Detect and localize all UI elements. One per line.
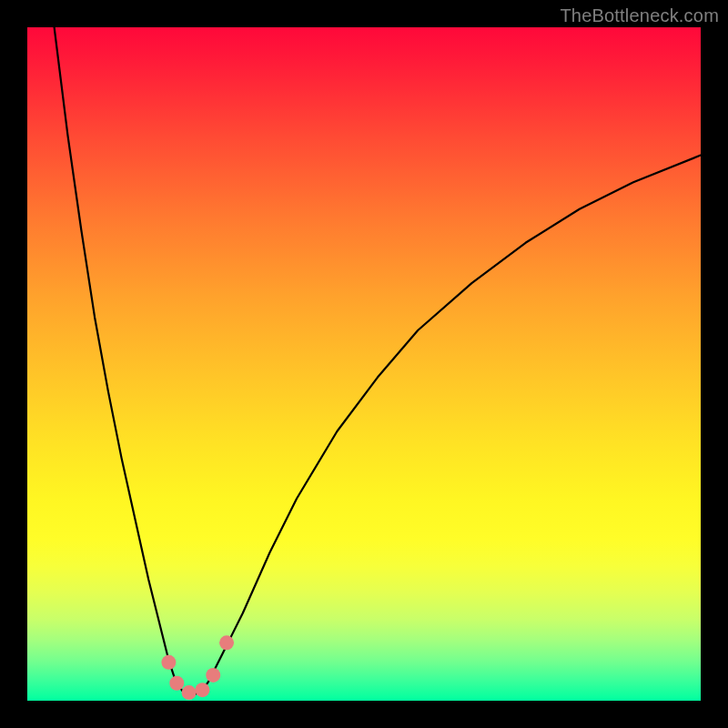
watermark-label: TheBottleneck.com	[560, 5, 719, 26]
curve-marker	[219, 635, 234, 650]
curve-marker	[169, 676, 184, 691]
curve-marker	[182, 685, 197, 700]
curve-marker	[161, 655, 176, 670]
chart-frame: TheBottleneck.com	[0, 0, 728, 728]
bottleneck-curve	[55, 27, 701, 694]
curve-marker	[206, 668, 220, 682]
curve-marker	[195, 682, 209, 697]
bottleneck-markers	[161, 635, 234, 700]
bottleneck-curve-path	[55, 27, 701, 694]
bottleneck-chart-svg	[27, 27, 701, 701]
